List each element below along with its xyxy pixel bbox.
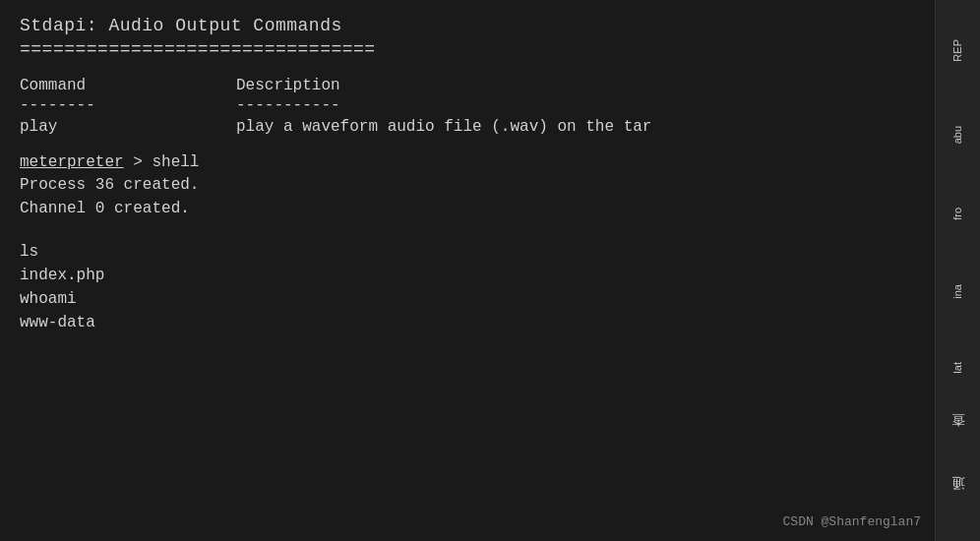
shell-prompt-line: meterpreter > shell <box>20 153 945 171</box>
prompt-arrow: > <box>124 153 153 171</box>
description-divider: ----------- <box>236 96 340 114</box>
table-divider-row: -------- ----------- <box>20 96 945 114</box>
command-divider: -------- <box>20 96 236 114</box>
sidebar-item-ina: ina <box>951 284 964 299</box>
watermark: CSDN @Shanfenglan7 <box>783 514 921 529</box>
output-process-created: Process 36 created. <box>20 173 945 197</box>
description-column-header: Description <box>236 77 340 94</box>
terminal-window: Stdapi: Audio Output Commands ==========… <box>0 0 980 541</box>
title-text: Stdapi: Audio Output Commands <box>20 16 342 35</box>
shell-command: shell <box>152 153 199 171</box>
www-data-output: www-data <box>20 311 945 334</box>
sidebar-item-fro: fro <box>951 208 964 220</box>
title-line: Stdapi: Audio Output Commands <box>20 16 945 35</box>
command-value: play <box>20 118 236 136</box>
command-column-header: Command <box>20 77 236 94</box>
meterpreter-link[interactable]: meterpreter <box>20 153 124 171</box>
index-php-output: index.php <box>20 264 945 287</box>
sidebar-item-abu: abu <box>951 126 964 144</box>
output-channel-created: Channel 0 created. <box>20 197 945 220</box>
table-row: play play a waveform audio file (.wav) o… <box>20 118 945 136</box>
sidebar-item-rep: REP <box>951 39 964 62</box>
separator: ================================ <box>20 39 945 59</box>
blank-line-1 <box>20 220 945 240</box>
sidebar-item-lat: lat <box>951 362 964 374</box>
table-header-row: Command Description <box>20 77 945 94</box>
right-sidebar: REP abu fro ina lat 查 通 <box>935 0 980 541</box>
terminal-content: Stdapi: Audio Output Commands ==========… <box>0 16 945 334</box>
ls-command: ls <box>20 240 945 264</box>
whoami-command: whoami <box>20 287 945 311</box>
description-value: play a waveform audio file (.wav) on the… <box>236 118 651 136</box>
